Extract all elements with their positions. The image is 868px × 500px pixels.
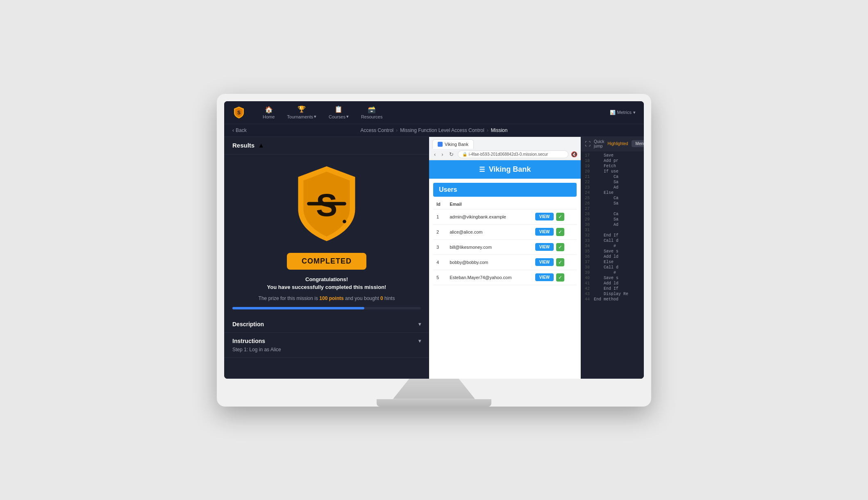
line-number: 40 — [581, 276, 594, 280]
mission-visual: S COMPLETED Congratulations! You have su… — [224, 155, 429, 316]
nav-items: 🏠 Home 🏆 Tournaments ▾ 📋 Courses ▾ — [258, 103, 610, 122]
instructions-chevron-icon: ▾ — [418, 338, 421, 344]
nav-metrics[interactable]: 📊 Metrics ▾ — [610, 110, 636, 115]
browser-url-bar[interactable]: 🔒 i-4fae-b593-201d068842d3-0.mission.sec… — [458, 150, 568, 158]
code-line: 29 Sa — [581, 217, 644, 222]
cell-actions: VIEW ✓ — [532, 270, 577, 285]
line-content: Sa — [594, 201, 618, 206]
congrats-text: Congratulations! You have successfully c… — [267, 275, 386, 291]
code-line: 33 Call d — [581, 238, 644, 243]
code-line: 41 Add ld — [581, 281, 644, 286]
cell-email: bobby@bobby.com — [446, 255, 532, 270]
line-number: 25 — [581, 196, 594, 200]
instructions-header[interactable]: Instructions ▾ — [232, 338, 421, 344]
view-button[interactable]: VIEW — [535, 273, 554, 281]
cell-actions: VIEW ✓ — [532, 224, 577, 239]
table-row: 2 alice@alice.com VIEW ✓ — [433, 224, 577, 239]
code-line: 31 — [581, 227, 644, 233]
col-email: Email — [446, 199, 532, 209]
browser-content: ☰ Viking Bank Users Id Email — [429, 160, 581, 379]
code-line: 23 Ad — [581, 185, 644, 190]
line-number: 34 — [581, 244, 594, 248]
code-line: 26 Sa — [581, 201, 644, 206]
cell-actions: VIEW ✓ — [532, 209, 577, 224]
monitor-screen: S 🏠 Home 🏆 Tournaments ▾ 📋 — [224, 101, 644, 379]
line-content: Ca — [594, 196, 618, 200]
fullscreen-icon[interactable]: ⛶ — [585, 141, 591, 147]
vb-menu-icon[interactable]: ☰ — [479, 166, 485, 173]
line-content: End If — [594, 286, 618, 291]
nav-courses[interactable]: 📋 Courses ▾ — [324, 103, 354, 122]
check-icon: ✓ — [556, 273, 564, 282]
browser-toolbar: ‹ › ↻ 🔒 i-4fae-b593-201d068842d3-0.missi… — [429, 149, 581, 160]
shield-logo: S — [286, 163, 368, 246]
nav-resources[interactable]: 🗃️ Resources — [356, 103, 388, 122]
nav-courses-label: Courses ▾ — [329, 114, 349, 119]
breadcrumb: Access Control › Missing Function Level … — [361, 127, 508, 133]
browser-refresh-button[interactable]: ↻ — [448, 150, 455, 158]
highlighted-label: Highlighted — [608, 141, 628, 146]
browser-forward-button[interactable]: › — [440, 150, 445, 158]
nav-tournaments[interactable]: 🏆 Tournaments ▾ — [282, 103, 321, 122]
breadcrumb-bar: ‹ Back Access Control › Missing Function… — [224, 124, 644, 137]
code-line: 32 End If — [581, 233, 644, 238]
line-number: 22 — [581, 180, 594, 184]
code-line: 21 Ca — [581, 174, 644, 180]
quick-jump-label: Quick jump — [594, 139, 604, 148]
line-content: End method — [594, 297, 618, 302]
nav-home-label: Home — [263, 114, 275, 119]
breadcrumb-item-2[interactable]: Missing Function Level Access Control — [400, 127, 484, 133]
logo[interactable]: S — [232, 106, 245, 119]
breadcrumb-item-1[interactable]: Access Control — [361, 127, 394, 133]
line-content: Display Re — [594, 292, 628, 296]
code-line: 27 — [581, 206, 644, 211]
cell-id: 5 — [433, 270, 446, 285]
table-row: 1 admin@vikingbank.example VIEW ✓ — [433, 209, 577, 224]
line-content: End If — [594, 233, 618, 238]
monitor-base — [377, 399, 491, 407]
results-collapse-icon[interactable]: ▲ — [258, 142, 264, 149]
view-button[interactable]: VIEW — [535, 228, 554, 236]
line-number: 27 — [581, 207, 594, 211]
back-button[interactable]: ‹ Back — [232, 127, 247, 133]
line-number: 32 — [581, 233, 594, 238]
line-number: 26 — [581, 201, 594, 206]
line-number: 43 — [581, 292, 594, 296]
main-content: Results ▲ S — [224, 137, 644, 379]
breadcrumb-item-3[interactable]: Mission — [491, 127, 508, 133]
view-button[interactable]: VIEW — [535, 258, 554, 266]
line-content: Save s — [594, 249, 618, 254]
line-content: If use — [594, 169, 618, 174]
instructions-preview: Step 1: Log in as Alice — [232, 347, 421, 352]
line-number: 33 — [581, 239, 594, 243]
code-line: 42 End If — [581, 286, 644, 291]
check-icon: ✓ — [556, 258, 564, 266]
line-number: 17 — [581, 153, 594, 158]
check-icon: ✓ — [556, 213, 564, 221]
code-line: 25 Ca — [581, 195, 644, 201]
line-number: 18 — [581, 159, 594, 163]
right-panel: Viking Bank ‹ › ↻ 🔒 i-4fae-b593-201d0688… — [429, 137, 644, 379]
nav-resources-label: Resources — [361, 114, 383, 119]
description-header[interactable]: Description ▾ — [232, 321, 421, 327]
line-number: 24 — [581, 191, 594, 195]
browser-action-icon[interactable]: 🔇 — [571, 151, 577, 157]
browser-tab[interactable]: Viking Bank — [432, 139, 474, 149]
line-number: 31 — [581, 228, 594, 232]
tournaments-icon: 🏆 — [298, 105, 306, 113]
code-line: 40 Save s — [581, 275, 644, 281]
line-content: Save — [594, 153, 616, 158]
browser-mockup: Viking Bank ‹ › ↻ 🔒 i-4fae-b593-201d0688… — [429, 137, 581, 379]
view-button[interactable]: VIEW — [535, 243, 554, 251]
cell-id: 3 — [433, 239, 446, 255]
line-number: 37 — [581, 260, 594, 264]
monitor-stand — [393, 379, 475, 399]
code-header: ⛶ Quick jump Highlighted Menu.scw — [581, 137, 644, 151]
progress-bar-fill — [232, 307, 364, 309]
nav-home[interactable]: 🏠 Home — [258, 103, 279, 122]
code-line: 34 # — [581, 243, 644, 249]
browser-back-button[interactable]: ‹ — [432, 150, 437, 158]
view-button[interactable]: VIEW — [535, 213, 554, 220]
code-tab[interactable]: Menu.scw — [632, 140, 644, 147]
description-chevron-icon: ▾ — [418, 321, 421, 327]
